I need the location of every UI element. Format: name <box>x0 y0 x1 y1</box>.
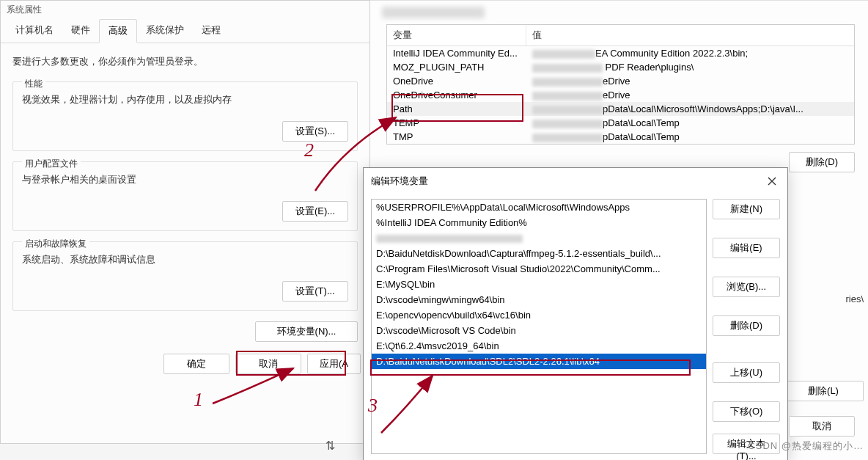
table-row[interactable]: MOZ_PLUGIN_PATH PDF Reader\plugins\ <box>387 60 854 74</box>
window-title: 系统属性 <box>1 1 369 19</box>
blurred-title <box>382 7 485 18</box>
settings-profile-button[interactable]: 设置(E)... <box>282 201 348 222</box>
table-row[interactable]: IntelliJ IDEA Community Ed...EA Communit… <box>387 46 854 60</box>
bg-cancel-button[interactable]: 取消 <box>789 416 855 437</box>
admin-hint: 要进行大多数更改，你必须作为管理员登录。 <box>12 55 358 68</box>
list-item[interactable] <box>372 230 706 246</box>
settings-startup-button[interactable]: 设置(T)... <box>282 281 348 302</box>
move-up-button[interactable]: 上移(U) <box>713 362 780 383</box>
group-startup: 启动和故障恢复 系统启动、系统故障和调试信息 设置(T)... <box>12 241 358 311</box>
list-item[interactable]: E:\MySQL\bin <box>372 277 706 292</box>
settings-perf-button[interactable]: 设置(S)... <box>282 121 348 142</box>
browse-button[interactable]: 浏览(B)... <box>713 277 780 297</box>
path-listbox[interactable]: %USERPROFILE%\AppData\Local\Microsoft\Wi… <box>371 199 707 454</box>
table-row[interactable]: TEMPpData\Local\Temp <box>387 116 854 130</box>
list-item[interactable]: D:\vscode\mingw\mingw64\bin <box>372 292 706 307</box>
list-item[interactable]: D:\BaiduNetdiskDownload\SDL2\SDL2-2.26.1… <box>372 354 706 369</box>
tab-hardware[interactable]: 硬件 <box>62 19 99 43</box>
table-row[interactable]: OneDriveConsumereDrive <box>387 88 854 102</box>
user-vars-table: 变量 值 IntelliJ IDEA Community Ed...EA Com… <box>386 24 855 145</box>
edit-env-var-dialog: 编辑环境变量 %USERPROFILE%\AppData\Local\Micro… <box>363 167 788 460</box>
delete-button[interactable]: 删除(D) <box>713 315 780 336</box>
bg-remnant: ries\ 删除(L) <box>783 293 864 401</box>
group-performance: 性能 视觉效果，处理器计划，内存使用，以及虚拟内存 设置(S)... <box>12 81 358 151</box>
align-icon: ⇅ <box>326 439 335 453</box>
edit-dialog-title: 编辑环境变量 <box>371 175 428 188</box>
table-row[interactable]: PathpData\Local\Microsoft\WindowsApps;D:… <box>387 102 854 116</box>
list-item[interactable]: C:\Program Files\Microsoft Visual Studio… <box>372 261 706 277</box>
ok-button[interactable]: 确定 <box>163 354 229 374</box>
col-variable[interactable]: 变量 <box>387 25 526 45</box>
tab-system-protection[interactable]: 系统保护 <box>137 19 193 43</box>
group-performance-desc: 视觉效果，处理器计划，内存使用，以及虚拟内存 <box>22 93 348 106</box>
system-properties-dialog: 系统属性 计算机名 硬件 高级 系统保护 远程 要进行大多数更改，你必须作为管理… <box>0 0 370 444</box>
list-item[interactable]: E:\opencv\opencv\build\x64\vc16\bin <box>372 307 706 323</box>
tab-remote[interactable]: 远程 <box>193 19 229 43</box>
bg-delete-l-button[interactable]: 删除(L) <box>783 381 864 401</box>
list-item[interactable]: E:\Qt\6.2.4\msvc2019_64\bin <box>372 338 706 354</box>
table-row[interactable]: OneDriveeDrive <box>387 74 854 88</box>
remnant-text: ries\ <box>783 293 864 304</box>
watermark: CSDN @热爱编程的小… <box>748 439 864 453</box>
list-item[interactable]: %USERPROFILE%\AppData\Local\Microsoft\Wi… <box>372 200 706 215</box>
group-profile: 用户配置文件 与登录帐户相关的桌面设置 设置(E)... <box>12 161 358 231</box>
group-startup-label: 启动和故障恢复 <box>22 238 89 249</box>
tab-bar: 计算机名 硬件 高级 系统保护 远程 <box>1 19 369 43</box>
group-startup-desc: 系统启动、系统故障和调试信息 <box>22 253 348 266</box>
col-value[interactable]: 值 <box>526 25 548 45</box>
new-button[interactable]: 新建(N) <box>713 199 780 219</box>
list-item[interactable]: D:\BaiduNetdiskDownload\Captura\ffmpeg-5… <box>372 246 706 261</box>
apply-button[interactable]: 应用(A <box>307 354 361 374</box>
group-performance-label: 性能 <box>22 79 45 89</box>
list-item[interactable]: D:\vscode\Microsoft VS Code\bin <box>372 323 706 338</box>
environment-variables-button[interactable]: 环境变量(N)... <box>255 321 358 342</box>
tab-advanced[interactable]: 高级 <box>99 19 137 43</box>
move-down-button[interactable]: 下移(O) <box>713 401 780 422</box>
table-row[interactable]: TMPpData\Local\Temp <box>387 130 854 144</box>
edit-button[interactable]: 编辑(E) <box>713 238 780 258</box>
cancel-button[interactable]: 取消 <box>235 354 301 374</box>
tab-computer-name[interactable]: 计算机名 <box>7 19 62 43</box>
list-item[interactable]: %IntelliJ IDEA Community Edition% <box>372 215 706 230</box>
close-icon[interactable] <box>761 172 783 190</box>
group-profile-label: 用户配置文件 <box>22 158 81 169</box>
env-delete-button[interactable]: 删除(D) <box>789 152 855 172</box>
dialog-buttons: 确定 取消 应用(A <box>1 348 369 380</box>
group-profile-desc: 与登录帐户相关的桌面设置 <box>22 173 348 186</box>
